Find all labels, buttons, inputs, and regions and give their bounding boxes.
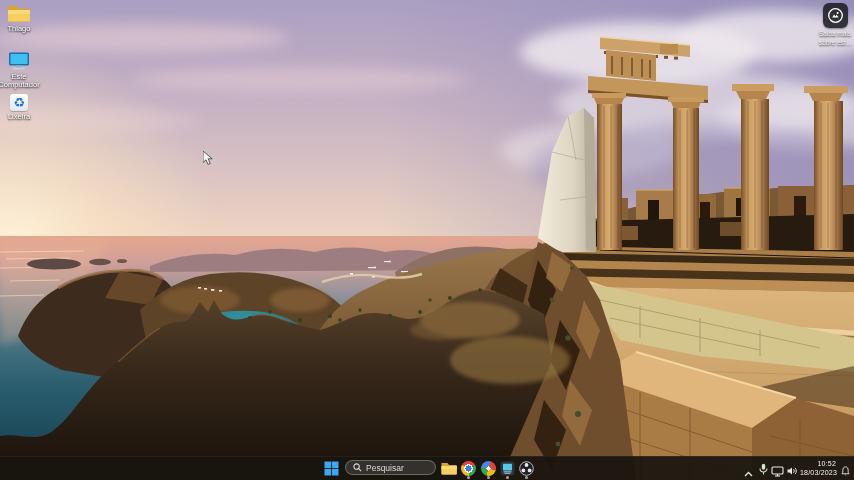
search-icon [353, 463, 362, 472]
running-indicator [467, 476, 470, 479]
spotlight-picture-icon [823, 3, 848, 28]
speaker-icon [786, 465, 798, 477]
clock-time: 10:52 [800, 460, 836, 469]
microphone-icon [758, 463, 769, 476]
taskbar-app-chrome[interactable] [461, 461, 476, 476]
file-explorer-icon [441, 461, 457, 476]
recycle-bin-icon: ♻ [10, 94, 28, 111]
tray-volume[interactable] [786, 463, 798, 480]
start-button[interactable] [324, 461, 339, 480]
tray-microphone[interactable] [758, 462, 769, 480]
chevron-up-icon [743, 470, 754, 478]
ethernet-network-icon [771, 466, 784, 477]
tray-notifications[interactable] [840, 463, 851, 480]
tray-clock[interactable]: 10:52 18/03/2023 [800, 460, 836, 477]
search-placeholder: Pesquisar [366, 463, 404, 473]
taskbar: Pesquisar [0, 456, 854, 480]
chrome-icon [461, 461, 476, 476]
blue-display-app-icon [500, 461, 515, 476]
mouse-cursor [203, 151, 214, 166]
windows-logo-icon [324, 461, 339, 476]
computer-monitor-icon [7, 51, 31, 71]
desktop-icon-this-pc[interactable]: Este Computador [0, 51, 41, 89]
tray-show-hidden-icons[interactable] [743, 464, 754, 480]
taskbar-app-file-explorer[interactable] [441, 461, 457, 480]
spotlight-learn-more[interactable]: Saiba mais sobre est... [809, 3, 854, 46]
desktop-icon-user-folder[interactable]: Thiago [0, 3, 41, 33]
clock-date: 18/03/2023 [800, 469, 836, 478]
spotlight-label-line2: sobre est... [819, 39, 851, 46]
taskbar-app-pinwheel-browser[interactable] [481, 461, 496, 476]
tray-network[interactable] [771, 463, 784, 480]
desktop-icon-recycle-bin[interactable]: ♻ Lixeira [0, 94, 41, 121]
desktop[interactable]: Thiago Este Computador ♻ Lixeira Saiba m… [0, 0, 854, 480]
desktop-icon-label: Thiago [8, 25, 31, 33]
desktop-icon-label: Este Computador [0, 73, 41, 89]
running-indicator [525, 476, 528, 479]
search-box[interactable]: Pesquisar [345, 460, 436, 475]
wallpaper-image [0, 0, 854, 480]
pinwheel-app-icon [481, 461, 496, 476]
running-indicator [506, 476, 509, 479]
spotlight-label-line1: Saiba mais [819, 30, 851, 37]
running-indicator [487, 476, 490, 479]
notification-bell-icon [840, 465, 851, 477]
desktop-icon-label: Lixeira [8, 113, 30, 121]
obs-studio-icon [519, 461, 534, 476]
folder-icon [7, 3, 31, 23]
